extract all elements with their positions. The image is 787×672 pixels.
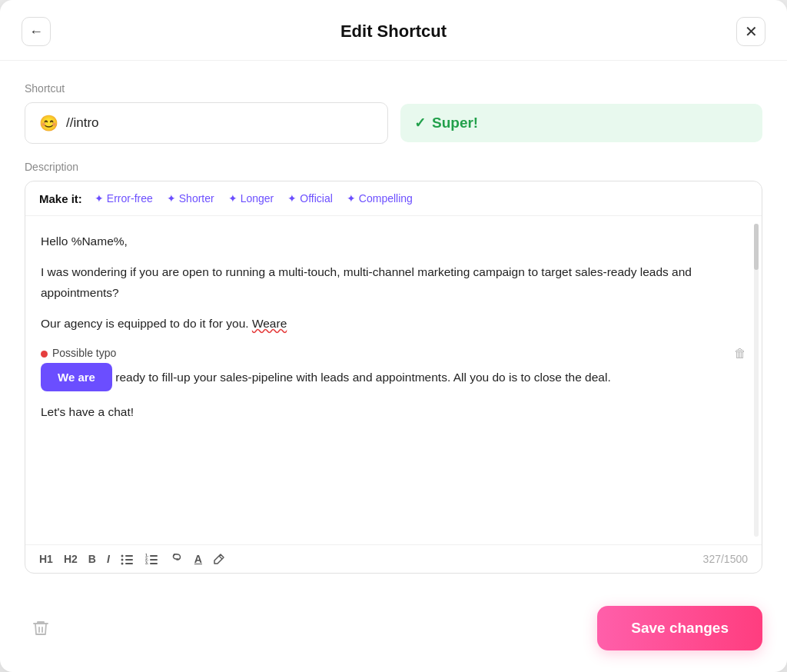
toolbar-bullet-btn[interactable] — [121, 553, 134, 565]
ai-error-free-btn[interactable]: ✦ Error-free — [90, 191, 158, 206]
content-line3-post: ready to fill-up your sales-pipeline wit… — [115, 371, 610, 384]
svg-point-4 — [121, 563, 123, 565]
toolbar-bold-btn[interactable]: B — [88, 553, 96, 565]
trash-icon — [32, 619, 50, 637]
char-count: 327/1500 — [703, 553, 748, 565]
toolbar-link-btn[interactable] — [170, 554, 184, 564]
toolbar-h1-btn[interactable]: H1 — [39, 553, 53, 565]
modal-title: Edit Shortcut — [51, 22, 736, 42]
edit-shortcut-modal: ← Edit Shortcut ✕ Shortcut 😊 //intro ✓ S… — [0, 0, 787, 672]
toolbar-ordered-btn[interactable]: 1. 2. 3. — [145, 553, 159, 565]
typo-label: Possible typo — [41, 344, 116, 363]
scrollbar-thumb — [754, 224, 759, 270]
toolbar-h2-btn[interactable]: H2 — [64, 553, 78, 565]
shortcut-section: Shortcut 😊 //intro ✓ Super! — [25, 82, 762, 144]
toolbar-highlight-btn[interactable] — [213, 553, 225, 565]
check-icon: ✓ — [414, 115, 426, 131]
typo-suggestion-btn[interactable]: We are — [41, 363, 112, 391]
make-it-label: Make it: — [39, 192, 82, 205]
editor-box: Make it: ✦ Error-free ✦ Shorter ✦ Longer — [25, 181, 762, 574]
delete-button[interactable] — [25, 612, 57, 644]
svg-rect-5 — [125, 563, 133, 564]
super-badge-text: Super! — [432, 115, 478, 131]
content-line3-pre: Our agency is equipped to do it for you. — [41, 317, 252, 330]
svg-point-2 — [121, 559, 123, 561]
modal-body: Shortcut 😊 //intro ✓ Super! Description … — [0, 61, 787, 592]
toolbar-underline-btn[interactable]: A — [194, 553, 202, 565]
svg-point-0 — [121, 555, 123, 557]
ai-official-label: Official — [300, 192, 333, 205]
svg-rect-7 — [150, 555, 158, 557]
svg-rect-9 — [150, 559, 158, 561]
ai-longer-btn[interactable]: ✦ Longer — [224, 191, 279, 206]
ai-shorter-btn[interactable]: ✦ Shorter — [162, 191, 219, 206]
svg-rect-3 — [125, 559, 133, 561]
sparkle-icon-5: ✦ — [347, 192, 356, 205]
sparkle-icon-4: ✦ — [287, 192, 297, 205]
ai-longer-label: Longer — [241, 192, 274, 205]
editor-toolbar: H1 H2 B I — [25, 544, 762, 573]
shortcut-emoji: 😊 — [39, 114, 58, 132]
svg-text:3.: 3. — [145, 561, 149, 565]
toolbar-italic-btn[interactable]: I — [107, 553, 110, 565]
svg-rect-11 — [150, 563, 158, 564]
content-line-2: I was wondering if you are open to runni… — [41, 262, 746, 303]
back-button[interactable]: ← — [22, 17, 51, 46]
sparkle-icon-3: ✦ — [228, 192, 237, 205]
sparkle-icon: ✦ — [95, 192, 104, 205]
typo-dismiss-btn[interactable]: 🗑 — [734, 347, 746, 361]
editor-content[interactable]: Hello %Name%, I was wondering if you are… — [25, 216, 762, 544]
modal-header: ← Edit Shortcut ✕ — [0, 0, 787, 61]
super-badge: ✓ Super! — [400, 104, 762, 142]
ai-shorter-label: Shorter — [179, 192, 214, 205]
scrollbar-track — [754, 224, 759, 537]
shortcut-label: Shortcut — [25, 82, 762, 95]
typo-label-text: Possible typo — [52, 344, 116, 363]
save-changes-button[interactable]: Save changes — [597, 606, 762, 650]
description-label: Description — [25, 161, 762, 173]
modal-footer: Save changes — [0, 592, 787, 672]
content-line-3: Our agency is equipped to do it for you.… — [41, 314, 746, 334]
ai-compelling-label: Compelling — [359, 192, 413, 205]
make-it-bar: Make it: ✦ Error-free ✦ Shorter ✦ Longer — [25, 181, 762, 216]
description-section: Description Make it: ✦ Error-free ✦ Shor… — [25, 161, 762, 574]
ai-compelling-btn[interactable]: ✦ Compelling — [342, 191, 417, 206]
content-line-4: Let's have a chat! — [41, 402, 746, 422]
shortcut-value: //intro — [66, 115, 99, 131]
shortcut-input[interactable]: 😊 //intro — [25, 102, 388, 144]
sparkle-icon-2: ✦ — [167, 192, 176, 205]
typo-dot-icon — [41, 351, 48, 358]
content-line-1: Hello %Name%, — [41, 231, 746, 251]
ai-official-btn[interactable]: ✦ Official — [283, 191, 337, 206]
svg-rect-1 — [125, 555, 133, 557]
close-button[interactable]: ✕ — [736, 17, 765, 46]
typo-word[interactable]: Weare — [252, 317, 287, 330]
ai-error-free-label: Error-free — [107, 192, 153, 205]
typo-popup-header: Possible typo 🗑 — [41, 344, 746, 363]
shortcut-row: 😊 //intro ✓ Super! — [25, 102, 762, 144]
